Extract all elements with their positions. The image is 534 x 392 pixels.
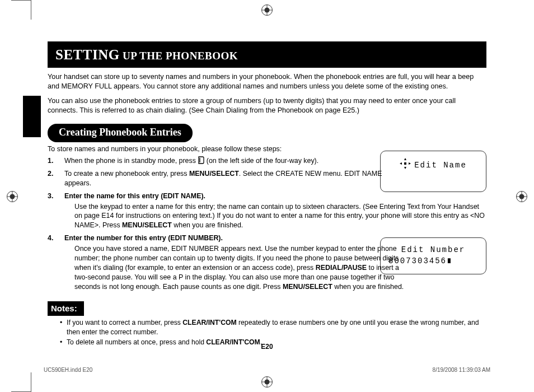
step-body: Once you have stored a name, EDIT NUMBER… (74, 244, 486, 291)
step-body: Use the keypad to enter a name for this … (74, 202, 486, 231)
step-text: Once you have stored a name, EDIT NUMBER… (74, 244, 486, 290)
crop-mark (11, 0, 31, 1)
subsection-header: Creating Phonebook Entries (48, 124, 193, 142)
registration-mark-icon (261, 376, 273, 388)
title-small: UP THE PHONEBOOK (120, 50, 238, 62)
notes-header: Notes: (48, 301, 84, 316)
page-number: E20 (0, 342, 534, 352)
svg-marker-14 (404, 167, 406, 169)
step-title: Enter the name for this entry (EDIT NAME… (64, 192, 205, 200)
step-text: When the phone is in standby mode, press (64, 157, 198, 165)
key-label: MENU/SELECT (189, 170, 239, 178)
section-title: SETTING UP THE PHONEBOOK (48, 41, 486, 68)
key-label: MENU/SELECT (122, 221, 172, 229)
registration-mark-icon (261, 4, 273, 16)
step-3: Enter the name for this entry (EDIT NAME… (48, 192, 486, 230)
step-title: Enter the number for this entry (EDIT NU… (64, 234, 223, 242)
step-text: To create a new phonebook entry, press (64, 170, 189, 178)
registration-mark-icon (516, 191, 527, 202)
section-tab (23, 96, 41, 137)
key-label: REDIAL/PAUSE (316, 264, 367, 272)
content-area: SETTING UP THE PHONEBOOK Your handset ca… (48, 41, 486, 358)
intro-paragraph: Your handset can store up to seventy nam… (48, 72, 486, 92)
page: SETTING UP THE PHONEBOOK Your handset ca… (0, 0, 534, 392)
step-text: seconds is not long enough. Each pause c… (74, 283, 283, 291)
note-item: If you want to correct a number, press C… (60, 318, 486, 337)
footer-timestamp: 8/19/2008 11:39:03 AM (433, 366, 490, 374)
step-4: Enter the number for this entry (EDIT NU… (48, 234, 486, 291)
step-text: (on the left side of the four-way key). (204, 157, 318, 165)
crop-mark (31, 372, 31, 392)
note-text: If you want to correct a number, press (67, 319, 182, 326)
key-label: CLEAR/INT'COM (182, 319, 236, 326)
footer-file: UC590EH.indd E20 (44, 366, 92, 374)
crop-mark (31, 0, 31, 20)
registration-mark-icon (7, 191, 18, 202)
step-text: when you are finished. (172, 221, 243, 229)
intro-paragraph: You can also use the phonebook entries t… (48, 96, 486, 116)
step-text: when you are finished. (332, 283, 404, 291)
step-1: When the phone is in standby mode, press… (48, 156, 486, 166)
footer: UC590EH.indd E20 8/19/2008 11:39:03 AM (44, 366, 490, 374)
key-label: MENU/SELECT (283, 283, 332, 291)
step-text-wrapped: Once you have stored a name, EDIT NUMBER… (74, 244, 404, 282)
step-2: To create a new phonebook entry, press M… (48, 169, 395, 188)
title-big: SETTING (55, 47, 120, 62)
phonebook-icon (198, 156, 204, 164)
